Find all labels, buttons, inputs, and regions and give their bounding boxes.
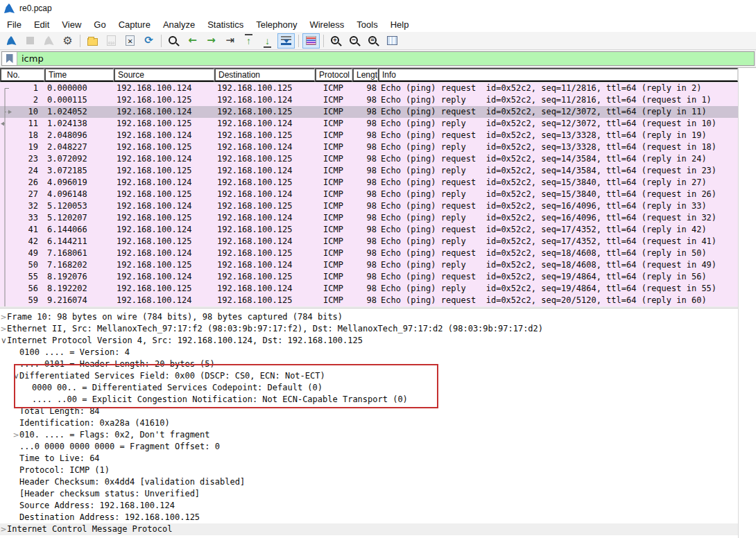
start-capture-button[interactable] (3, 33, 20, 49)
zoom-in-button[interactable]: + (327, 33, 345, 49)
stop-capture-icon (26, 37, 34, 44)
menu-edit[interactable]: Edit (28, 18, 55, 31)
go-to-packet-button[interactable]: ⇥ (221, 33, 239, 49)
detail-line[interactable]: Time to Live: 64 (0, 453, 738, 465)
auto-scroll-button[interactable] (277, 33, 295, 49)
packet-row-42[interactable]: 426.144211192.168.100.125192.168.100.124… (0, 236, 738, 248)
packet-row-2[interactable]: 20.000115192.168.100.125192.168.100.124I… (0, 94, 738, 106)
detail-line[interactable]: >Differentiated Services Field: 0x00 (DS… (0, 370, 738, 382)
expander-spacer (12, 453, 19, 465)
column-header-info[interactable]: Info (378, 68, 738, 82)
packet-row-33[interactable]: 335.120207192.168.100.125192.168.100.124… (0, 212, 738, 224)
filter-bookmark-button[interactable] (2, 52, 17, 65)
detail-lines: >Frame 10: 98 bytes on wire (784 bits), … (0, 311, 738, 535)
packet-list-pane: No.TimeSourceDestinationProtocolLengthIn… (0, 68, 738, 306)
packet-row-32[interactable]: 325.120053192.168.100.124192.168.100.125… (0, 200, 738, 212)
open-file-button[interactable] (84, 33, 101, 49)
menu-view[interactable]: View (55, 18, 87, 31)
cell-no: 59 (0, 295, 44, 306)
go-back-button[interactable]: ← (184, 33, 201, 49)
expand-arrow-icon[interactable]: > (0, 311, 7, 323)
menu-help[interactable]: Help (384, 18, 415, 31)
detail-text: Internet Protocol Version 4, Src: 192.16… (7, 335, 363, 347)
detail-line[interactable]: >Internet Control Message Protocol (0, 523, 738, 535)
expand-arrow-icon[interactable]: > (0, 523, 7, 535)
colorize-packets-button[interactable] (302, 33, 320, 49)
detail-line[interactable]: Protocol: ICMP (1) (0, 465, 738, 476)
detail-line[interactable]: Destination Address: 192.168.100.125 (0, 512, 738, 523)
column-header-time[interactable]: Time (44, 68, 114, 82)
menu-wireless[interactable]: Wireless (303, 18, 350, 31)
column-header-destination[interactable]: Destination (214, 68, 315, 82)
cell-time: 5.120053 (44, 200, 114, 212)
detail-line[interactable]: Identification: 0xa28a (41610) (0, 417, 738, 429)
menu-tools[interactable]: Tools (350, 18, 384, 31)
cell-protocol: ICMP (315, 153, 352, 165)
cell-no: 1 (0, 83, 44, 94)
detail-line[interactable]: Source Address: 192.168.100.124 (0, 500, 738, 512)
packet-row-56[interactable]: 568.192202192.168.100.125192.168.100.124… (0, 283, 738, 295)
detail-line[interactable]: Header Checksum: 0x4dd4 [validation disa… (0, 476, 738, 488)
detail-line[interactable]: ...0 0000 0000 0000 = Fragment Offset: 0 (0, 441, 738, 453)
zoom-reset-button[interactable]: = (365, 33, 382, 49)
packet-row-18[interactable]: 182.048096192.168.100.124192.168.100.125… (0, 130, 738, 141)
capture-options-button[interactable]: ⚙ (59, 33, 76, 49)
zoom-out-icon: − (350, 36, 358, 44)
menu-capture[interactable]: Capture (112, 18, 157, 31)
packet-row-19[interactable]: 192.048227192.168.100.125192.168.100.124… (0, 141, 738, 153)
close-file-button[interactable]: ✕ (121, 33, 139, 49)
go-forward-button[interactable]: → (203, 33, 220, 49)
find-packet-button[interactable] (165, 33, 182, 49)
menu-file[interactable]: File (1, 18, 28, 31)
resize-columns-button[interactable] (384, 33, 401, 49)
go-last-packet-button[interactable]: ↓ (259, 33, 276, 49)
packet-row-59[interactable]: 599.216074192.168.100.124192.168.100.125… (0, 295, 738, 306)
column-header-no[interactable]: No. (0, 68, 44, 82)
menu-go[interactable]: Go (87, 18, 112, 31)
detail-line[interactable]: >Frame 10: 98 bytes on wire (784 bits), … (0, 311, 738, 323)
cell-no: 24 (0, 165, 44, 177)
packet-row-55[interactable]: 558.192076192.168.100.124192.168.100.125… (0, 271, 738, 283)
scrollbar-track[interactable] (738, 68, 756, 538)
packet-row-23[interactable]: 233.072092192.168.100.124192.168.100.125… (0, 153, 738, 165)
display-filter-input[interactable] (17, 52, 754, 65)
packet-row-41[interactable]: 416.144066192.168.100.124192.168.100.125… (0, 224, 738, 236)
packet-row-50[interactable]: 507.168202192.168.100.125192.168.100.124… (0, 259, 738, 271)
expand-arrow-icon[interactable]: > (12, 429, 19, 441)
cell-time: 4.096148 (44, 189, 114, 200)
packet-row-11[interactable]: 111.024138192.168.100.125192.168.100.124… (0, 118, 738, 130)
expander-spacer (12, 347, 19, 358)
cell-time: 9.216074 (44, 295, 114, 306)
cell-time: 0.000115 (44, 94, 114, 106)
reload-file-button[interactable]: ⟳ (140, 33, 157, 49)
packet-row-1[interactable]: 10.000000192.168.100.124192.168.100.125I… (0, 83, 738, 94)
detail-line[interactable]: .... ..00 = Explicit Congestion Notifica… (0, 394, 738, 406)
column-header-source[interactable]: Source (114, 68, 214, 82)
menu-telephony[interactable]: Telephony (250, 18, 303, 31)
menu-statistics[interactable]: Statistics (201, 18, 250, 31)
expand-arrow-icon[interactable]: > (0, 323, 7, 335)
packet-row-27[interactable]: 274.096148192.168.100.125192.168.100.124… (0, 189, 738, 200)
column-header-length[interactable]: Length (352, 68, 378, 82)
collapse-arrow-icon[interactable]: > (0, 338, 10, 345)
packet-row-10[interactable]: 101.024052192.168.100.124192.168.100.125… (0, 106, 738, 118)
menu-analyze[interactable]: Analyze (157, 18, 201, 31)
detail-line[interactable]: 0000 00.. = Differentiated Services Code… (0, 382, 738, 394)
collapse-arrow-icon[interactable]: > (10, 373, 22, 380)
detail-line[interactable]: Total Length: 84 (0, 406, 738, 417)
detail-line[interactable]: >010. .... = Flags: 0x2, Don't fragment (0, 429, 738, 441)
cell-destination: 192.168.100.124 (214, 165, 315, 177)
packet-row-24[interactable]: 243.072185192.168.100.125192.168.100.124… (0, 165, 738, 177)
go-first-packet-button[interactable]: ↑ (240, 33, 257, 49)
column-header-protocol[interactable]: Protocol (315, 68, 352, 82)
packet-row-49[interactable]: 497.168061192.168.100.124192.168.100.125… (0, 248, 738, 259)
detail-line[interactable]: >Internet Protocol Version 4, Src: 192.1… (0, 335, 738, 347)
packet-row-26[interactable]: 264.096019192.168.100.124192.168.100.125… (0, 177, 738, 189)
detail-line[interactable]: [Header checksum status: Unverified] (0, 488, 738, 500)
cell-no: 2 (0, 94, 44, 106)
detail-line[interactable]: 0100 .... = Version: 4 (0, 347, 738, 358)
zoom-out-button[interactable]: − (346, 33, 363, 49)
resize-columns-icon (387, 36, 397, 45)
detail-line[interactable]: >Ethernet II, Src: MellanoxTech_97:17:f2… (0, 323, 738, 335)
detail-line[interactable]: .... 0101 = Header Length: 20 bytes (5) (0, 358, 738, 370)
